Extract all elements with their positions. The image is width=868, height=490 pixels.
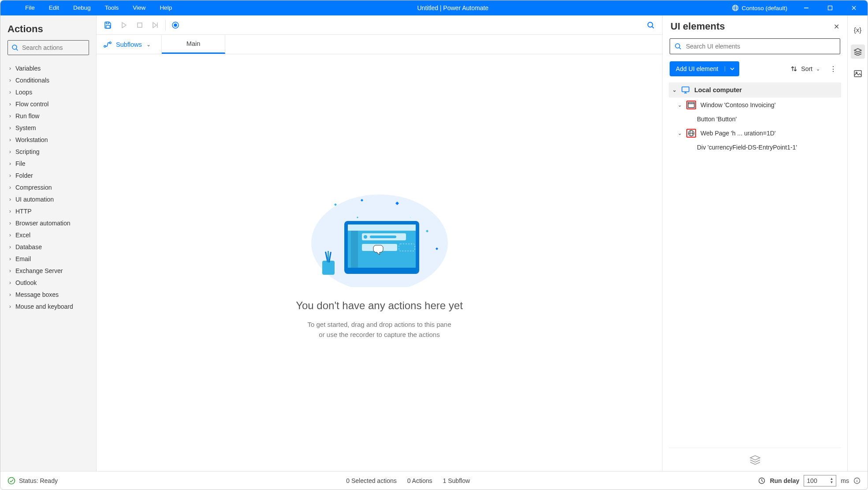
- category-label: Conditionals: [15, 77, 49, 84]
- menu-tools[interactable]: Tools: [98, 0, 126, 15]
- titlebar-right: Contoso (default): [726, 0, 868, 15]
- chevron-right-icon: ›: [9, 220, 11, 226]
- tree-leaf-div[interactable]: Div 'currencyField-DS-EntryPoint1-1': [669, 141, 841, 154]
- status-left: Status: Ready: [7, 477, 58, 485]
- category-http[interactable]: ›HTTP: [0, 205, 96, 217]
- spinner-arrows[interactable]: ▲▼: [830, 477, 833, 484]
- variables-rail-button[interactable]: {x}: [851, 22, 865, 37]
- run-delay-input[interactable]: 100 ▲▼: [804, 475, 836, 486]
- chevron-right-icon: ›: [9, 280, 11, 286]
- category-database[interactable]: ›Database: [0, 241, 96, 253]
- search-flow-button[interactable]: [643, 17, 659, 33]
- svg-point-8: [174, 24, 177, 26]
- menu-debug[interactable]: Debug: [66, 0, 98, 15]
- sort-button[interactable]: Sort ⌄: [790, 65, 820, 72]
- category-email[interactable]: ›Email: [0, 253, 96, 265]
- actions-sidebar: Actions ›Variables ›Conditionals ›Loops …: [0, 15, 97, 471]
- save-button[interactable]: [100, 17, 116, 33]
- category-browser-automation[interactable]: ›Browser automation: [0, 217, 96, 229]
- run-delay-label: Run delay: [770, 477, 799, 484]
- menu-help[interactable]: Help: [153, 0, 179, 15]
- status-bar: Status: Ready 0 Selected actions 0 Actio…: [0, 471, 868, 490]
- svg-rect-28: [688, 102, 694, 108]
- maximize-button[interactable]: [820, 0, 840, 15]
- category-label: HTTP: [15, 208, 32, 215]
- minimize-button[interactable]: [796, 0, 816, 15]
- tree-node-window[interactable]: ⌄ Window 'Contoso Invoicing': [669, 97, 841, 112]
- category-ui-automation[interactable]: ›UI automation: [0, 193, 96, 205]
- menu-view[interactable]: View: [126, 0, 153, 15]
- category-conditionals[interactable]: ›Conditionals: [0, 74, 96, 86]
- svg-rect-15: [348, 224, 416, 231]
- empty-state-illustration: [309, 186, 450, 287]
- svg-point-18: [364, 235, 367, 239]
- category-message-boxes[interactable]: ›Message boxes: [0, 288, 96, 300]
- category-mouse-keyboard[interactable]: ›Mouse and keyboard: [0, 300, 96, 312]
- tab-main[interactable]: Main: [162, 35, 225, 54]
- category-label: Outlook: [15, 279, 37, 286]
- recorder-button[interactable]: [168, 17, 183, 33]
- svg-rect-6: [138, 23, 142, 27]
- chevron-right-icon: ›: [9, 89, 11, 95]
- category-exchange-server[interactable]: ›Exchange Server: [0, 265, 96, 277]
- chevron-right-icon: ›: [9, 208, 11, 214]
- add-ui-element-button[interactable]: Add UI element: [670, 61, 739, 76]
- subflows-dropdown[interactable]: Subflows ⌄: [97, 35, 162, 54]
- close-panel-button[interactable]: ✕: [834, 22, 839, 31]
- tree-node-webpage[interactable]: ⌄ Web Page 'h ... uration=1D': [669, 126, 841, 141]
- actions-search-input[interactable]: [22, 44, 99, 51]
- category-variables[interactable]: ›Variables: [0, 62, 96, 74]
- window-icon: [686, 101, 696, 109]
- category-label: System: [15, 124, 36, 131]
- ui-elements-rail-button[interactable]: [851, 45, 865, 59]
- svg-rect-2: [828, 6, 832, 10]
- svg-point-33: [8, 477, 15, 484]
- category-folder[interactable]: ›Folder: [0, 169, 96, 181]
- info-icon[interactable]: [853, 477, 861, 484]
- add-button-chevron[interactable]: [725, 66, 739, 71]
- category-label: Variables: [15, 65, 41, 72]
- ui-elements-search-input[interactable]: [686, 43, 835, 50]
- images-rail-button[interactable]: [851, 67, 865, 81]
- chevron-right-icon: ›: [9, 65, 11, 71]
- environment-picker[interactable]: Contoso (default): [726, 4, 793, 11]
- chevron-down-icon: ⌄: [816, 66, 820, 72]
- category-flow-control[interactable]: ›Flow control: [0, 98, 96, 110]
- ui-elements-search[interactable]: [670, 38, 840, 54]
- menu-edit[interactable]: Edit: [42, 0, 66, 15]
- more-options-button[interactable]: ⋮: [826, 65, 840, 73]
- chevron-right-icon: ›: [9, 244, 11, 250]
- stop-button[interactable]: [132, 17, 148, 33]
- category-run-flow[interactable]: ›Run flow: [0, 110, 96, 122]
- designer-canvas[interactable]: You don't have any actions here yet To g…: [97, 54, 662, 471]
- menu-file[interactable]: File: [18, 0, 42, 15]
- chevron-right-icon: ›: [9, 101, 11, 107]
- tree-root-local-computer[interactable]: ⌄ Local computer: [669, 82, 841, 97]
- category-workstation[interactable]: ›Workstation: [0, 134, 96, 146]
- category-scripting[interactable]: ›Scripting: [0, 146, 96, 157]
- empty-state-title: You don't have any actions here yet: [296, 299, 463, 312]
- category-compression[interactable]: ›Compression: [0, 181, 96, 193]
- chevron-right-icon: ›: [9, 149, 11, 155]
- chevron-right-icon: ›: [9, 113, 11, 119]
- svg-rect-31: [854, 71, 861, 77]
- actions-count: 0 Actions: [407, 477, 432, 484]
- close-button[interactable]: [844, 0, 864, 15]
- category-loops[interactable]: ›Loops: [0, 86, 96, 98]
- step-button[interactable]: [148, 17, 164, 33]
- sort-label: Sort: [801, 65, 812, 72]
- globe-icon: [732, 4, 739, 11]
- run-button[interactable]: [116, 17, 132, 33]
- svg-rect-5: [106, 26, 110, 28]
- category-excel[interactable]: ›Excel: [0, 229, 96, 241]
- actions-search[interactable]: [7, 40, 89, 55]
- status-ok-icon: [7, 477, 15, 485]
- tree-leaf-button[interactable]: Button 'Button': [669, 112, 841, 126]
- chevron-right-icon: ›: [9, 125, 11, 131]
- chevron-right-icon: ›: [9, 161, 11, 167]
- titlebar: File Edit Debug Tools View Help Untitled…: [0, 0, 868, 15]
- category-outlook[interactable]: ›Outlook: [0, 277, 96, 288]
- category-system[interactable]: ›System: [0, 122, 96, 134]
- category-file[interactable]: ›File: [0, 157, 96, 169]
- body: Actions ›Variables ›Conditionals ›Loops …: [0, 15, 868, 471]
